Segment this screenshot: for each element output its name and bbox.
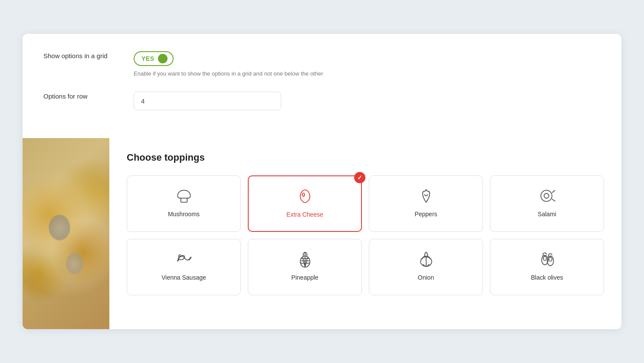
options-row-label: Options for row	[43, 92, 113, 102]
toggle-label: YES	[141, 55, 154, 62]
show-options-content: YES Enable if you want to show the optio…	[134, 51, 601, 78]
svg-point-18	[549, 257, 552, 261]
peppers-label: Peppers	[414, 211, 437, 218]
grid-panel: Choose toppings Mushrooms ✓	[109, 138, 621, 329]
show-options-row: Show options in a grid YES Enable if you…	[43, 51, 601, 78]
svg-point-2	[544, 194, 549, 198]
options-row-input[interactable]	[134, 92, 281, 110]
pineapple-icon	[296, 250, 315, 269]
salami-icon	[538, 186, 557, 205]
main-panel: Show options in a grid YES Enable if you…	[23, 34, 621, 330]
preview-section: Choose toppings Mushrooms ✓	[23, 138, 621, 329]
topping-card-salami[interactable]: Salami	[490, 175, 604, 232]
grid-title: Choose toppings	[127, 152, 604, 163]
onion-label: Onion	[418, 274, 434, 281]
svg-point-0	[302, 193, 305, 196]
pineapple-label: Pineapple	[291, 274, 318, 281]
vienna-sausage-label: Vienna Sausage	[161, 274, 206, 281]
onion-icon	[417, 250, 436, 269]
sausage-icon	[174, 250, 194, 269]
svg-line-3	[552, 190, 555, 193]
salami-label: Salami	[538, 211, 556, 218]
settings-section: Show options in a grid YES Enable if you…	[23, 34, 621, 139]
svg-point-15	[543, 257, 546, 261]
topping-card-pineapple[interactable]: Pineapple	[248, 239, 362, 295]
pepper-icon	[417, 186, 436, 205]
options-row-content	[134, 92, 601, 110]
selected-badge: ✓	[354, 172, 365, 183]
pizza-placeholder	[23, 138, 109, 329]
extra-cheese-label: Extra Cheese	[286, 211, 323, 218]
mushrooms-label: Mushrooms	[168, 211, 200, 218]
yes-toggle-button[interactable]: YES	[134, 51, 174, 66]
mushroom-icon	[174, 186, 194, 205]
black-olives-label: Black olives	[531, 274, 563, 281]
topping-card-peppers[interactable]: Peppers	[369, 175, 483, 232]
pizza-image	[23, 138, 109, 329]
svg-point-1	[541, 190, 552, 201]
toggle-circle	[158, 54, 168, 63]
toppings-grid: Mushrooms ✓ Extra Cheese	[127, 175, 604, 295]
svg-line-4	[552, 199, 555, 202]
options-for-row: Options for row	[43, 92, 601, 110]
cheese-icon	[296, 187, 315, 206]
topping-card-mushrooms[interactable]: Mushrooms	[127, 175, 241, 232]
topping-card-onion[interactable]: Onion	[369, 239, 483, 295]
topping-card-black-olives[interactable]: Black olives	[490, 239, 604, 295]
show-options-description: Enable if you want to show the options i…	[134, 69, 601, 78]
topping-card-extra-cheese[interactable]: ✓ Extra Cheese	[248, 175, 362, 232]
olives-icon	[538, 250, 557, 269]
topping-card-vienna-sausage[interactable]: Vienna Sausage	[127, 239, 241, 295]
show-options-label: Show options in a grid	[43, 51, 113, 61]
